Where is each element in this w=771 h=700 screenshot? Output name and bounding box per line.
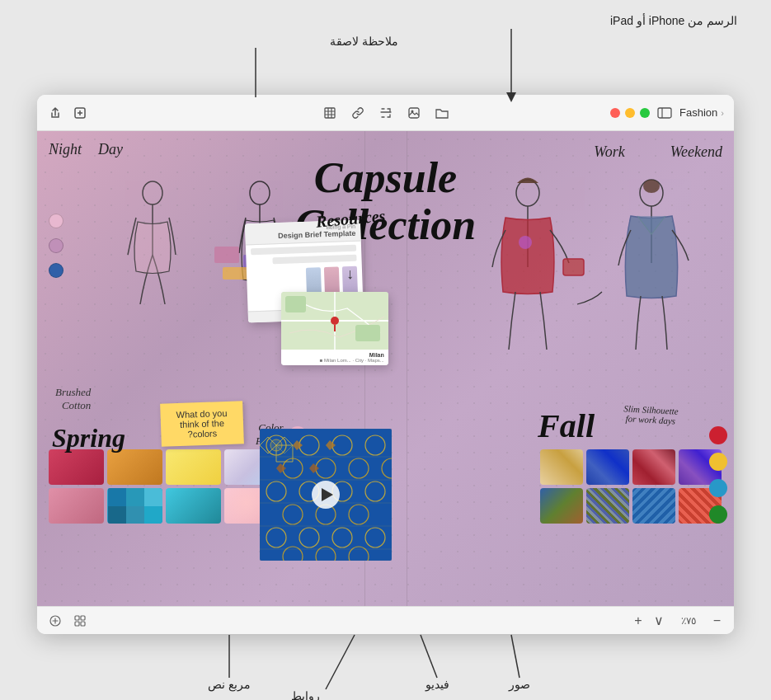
sticky-note[interactable]: What do you think of the colors? bbox=[160, 401, 244, 446]
spring-text: Spring bbox=[52, 423, 125, 453]
swatch-tile-8 bbox=[49, 488, 104, 524]
breadcrumb-parent: Fashion bbox=[679, 106, 717, 119]
annotation-iphone-ipad: الرسم من iPhone أو iPad bbox=[610, 12, 737, 28]
traffic-light-red[interactable] bbox=[610, 108, 620, 118]
right-swatch-4 bbox=[540, 449, 583, 485]
toolbar-right: Fashion › bbox=[610, 105, 724, 121]
svg-point-53 bbox=[516, 180, 539, 206]
swatch-tile-2 bbox=[166, 449, 221, 485]
palette-dot-green-right bbox=[709, 505, 727, 524]
scan-icon[interactable] bbox=[378, 105, 394, 121]
sidebar-toggle-icon[interactable] bbox=[656, 105, 673, 121]
link-icon[interactable] bbox=[350, 105, 366, 121]
zoom-controls: + ∨ ٪٧٥ − bbox=[631, 613, 724, 628]
annotation-text-box: مربع نص bbox=[208, 678, 251, 692]
svg-rect-1 bbox=[409, 108, 419, 118]
svg-rect-55 bbox=[563, 259, 584, 275]
zoom-level: ٪٧٥ bbox=[672, 615, 705, 627]
svg-point-12 bbox=[250, 181, 270, 204]
svg-rect-63 bbox=[81, 622, 85, 626]
bottom-left-icons bbox=[47, 613, 88, 629]
svg-rect-61 bbox=[81, 616, 85, 620]
svg-rect-8 bbox=[658, 108, 671, 118]
toolbar-left-icons bbox=[47, 105, 88, 121]
work-label: Work bbox=[594, 143, 624, 161]
right-swatch-3 bbox=[586, 449, 629, 485]
silhouette-note: Slim Silhouette for work days bbox=[623, 403, 679, 425]
zoom-in-button[interactable]: + bbox=[631, 613, 645, 628]
swatch-blue bbox=[49, 263, 63, 278]
play-button[interactable] bbox=[312, 481, 340, 509]
map-visual bbox=[281, 292, 388, 350]
video-overlay[interactable] bbox=[260, 429, 392, 561]
arrow-video bbox=[421, 635, 437, 678]
fall-text: Fall bbox=[538, 406, 595, 445]
card-arrow: ↓ bbox=[346, 265, 354, 283]
image-icon[interactable] bbox=[406, 105, 422, 121]
weekend-work-labels: Weekend Work bbox=[594, 143, 722, 161]
svg-rect-3 bbox=[325, 108, 335, 118]
map-card[interactable]: Milan ...Milan Lom... · City · Maps ■ bbox=[281, 292, 388, 365]
right-swatch-2 bbox=[632, 449, 675, 485]
compose-icon[interactable] bbox=[72, 105, 88, 121]
svg-rect-60 bbox=[75, 616, 79, 620]
silhouette-text: Slim Silhouette for work days bbox=[623, 403, 679, 425]
zoom-chevron[interactable]: ∨ bbox=[651, 613, 667, 628]
arrow-links bbox=[326, 635, 355, 689]
svg-point-59 bbox=[643, 180, 660, 193]
main-window: Fashion › Capsule Collection bbox=[37, 95, 734, 634]
arrow-photos bbox=[511, 635, 519, 678]
card-line-1 bbox=[250, 245, 355, 255]
svg-rect-62 bbox=[75, 622, 79, 626]
palette-dot-yellow bbox=[709, 453, 727, 471]
card-line-2 bbox=[272, 255, 357, 265]
traffic-lights bbox=[610, 108, 650, 118]
zoom-out-button[interactable]: − bbox=[710, 613, 724, 628]
breadcrumb: Fashion › bbox=[679, 106, 724, 119]
share-icon[interactable] bbox=[47, 105, 63, 121]
breadcrumb-chevron: › bbox=[721, 108, 724, 118]
grid-icon[interactable] bbox=[72, 613, 88, 629]
svg-rect-21 bbox=[355, 325, 380, 341]
day-label: Day bbox=[98, 141, 123, 158]
right-swatch-8 bbox=[540, 488, 583, 524]
toolbar-center-icons bbox=[322, 105, 450, 121]
traffic-light-green[interactable] bbox=[640, 108, 650, 118]
bottom-toolbar: + ∨ ٪٧٥ − bbox=[37, 606, 734, 634]
svg-point-56 bbox=[519, 236, 532, 249]
svg-point-22 bbox=[331, 317, 339, 325]
weekend-label: Weekend bbox=[670, 143, 722, 161]
annotation-sticky-note: ملاحظة لاصقة bbox=[330, 35, 398, 48]
canvas-area[interactable]: Capsule Collection Day Night bbox=[37, 131, 734, 606]
map-city: Milan bbox=[285, 352, 384, 358]
right-swatch-6 bbox=[632, 488, 675, 524]
swatch-tile-3 bbox=[107, 449, 162, 485]
palette-dots-right bbox=[709, 426, 727, 524]
add-icon[interactable] bbox=[47, 613, 63, 629]
board-title-line1: Capsule bbox=[295, 154, 477, 201]
bottom-swatches-right bbox=[540, 449, 722, 524]
table-icon[interactable] bbox=[322, 105, 338, 121]
palette-dot-red bbox=[709, 426, 727, 444]
toolbar: Fashion › bbox=[37, 95, 734, 131]
swatch-pink bbox=[49, 214, 63, 228]
swatch-tile-7 bbox=[107, 488, 162, 524]
annotation-photos: صور bbox=[508, 678, 530, 692]
map-label: Milan ...Milan Lom... · City · Maps ■ bbox=[281, 350, 388, 365]
annotation-links: روابط bbox=[291, 689, 320, 700]
swatch-tile-6 bbox=[166, 488, 221, 524]
traffic-light-yellow[interactable] bbox=[625, 108, 635, 118]
svg-point-10 bbox=[143, 181, 162, 204]
folder-icon[interactable] bbox=[434, 105, 450, 121]
play-icon bbox=[322, 488, 333, 501]
annotation-video: فيديو bbox=[425, 678, 449, 692]
map-sublabel: ...Milan Lom... · City · Maps ■ bbox=[285, 358, 384, 363]
right-swatch-7 bbox=[586, 488, 629, 524]
sketch-figures-right bbox=[449, 164, 722, 403]
color-swatches-left bbox=[49, 214, 63, 278]
brushed-cotton-label: Brushed Cotton bbox=[55, 386, 91, 412]
swatch-tile-4 bbox=[49, 449, 104, 485]
swatch-purple bbox=[49, 238, 63, 253]
palette-dot-cyan bbox=[709, 479, 727, 497]
day-night-labels: Day Night bbox=[49, 141, 123, 158]
